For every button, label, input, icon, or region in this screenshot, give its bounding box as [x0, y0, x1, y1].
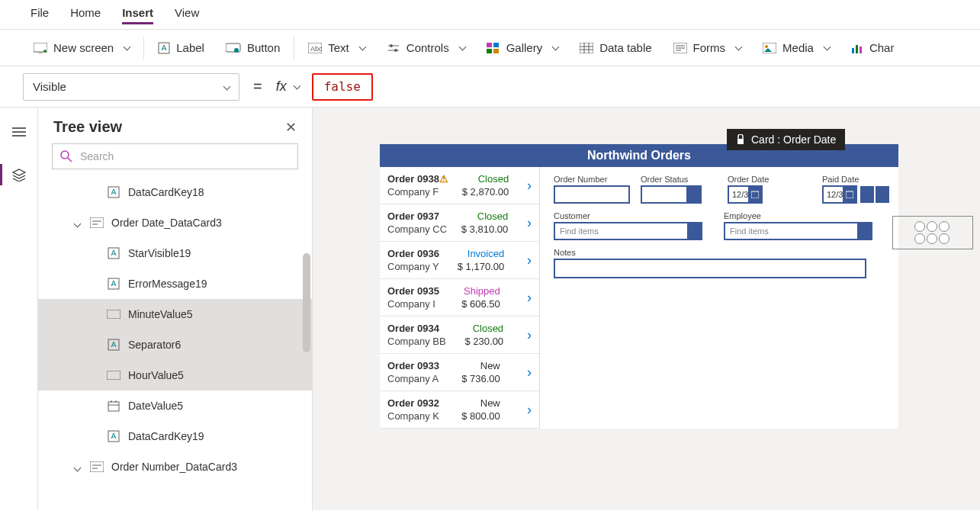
gallery-label: Gallery	[506, 41, 543, 54]
expand-caret-icon[interactable]	[75, 461, 82, 473]
svg-rect-51	[737, 139, 744, 144]
button-button[interactable]: Button	[215, 30, 291, 66]
order-status: Closed	[478, 173, 509, 185]
selection-handles[interactable]	[914, 220, 952, 245]
order-company: Company I	[387, 298, 439, 310]
svg-rect-11	[487, 43, 492, 47]
order-date-label: Order Date	[728, 175, 811, 184]
order-number: Order 0938⚠	[387, 173, 448, 185]
order-gallery-item[interactable]: Order 0933Company ANew$ 736.00›	[380, 354, 539, 391]
calendar-icon	[748, 187, 761, 202]
order-number: Order 0934	[387, 323, 446, 334]
new-screen-button[interactable]: New screen	[23, 30, 140, 66]
order-gallery-item[interactable]: Order 0934Company BBClosed$ 230.00›	[380, 317, 539, 354]
text-icon: Abc	[308, 43, 322, 53]
new-screen-label: New screen	[53, 41, 114, 54]
menu-view[interactable]: View	[175, 6, 199, 24]
tree-item[interactable]: DataCardKey18	[38, 177, 312, 207]
formula-bar: Visible = fx false	[0, 66, 980, 108]
property-selector[interactable]: Visible	[23, 73, 239, 101]
tree-item-label: DataCardKey18	[128, 186, 204, 198]
tree-item[interactable]: DateValue5	[38, 390, 312, 421]
label-label: Label	[176, 41, 204, 54]
order-form: Order Number Order Status Order Date 12/…	[540, 167, 898, 429]
customer-label: Customer	[554, 211, 702, 220]
order-company: Company CC	[387, 223, 447, 235]
order-amount: $ 606.50	[461, 298, 500, 310]
order-gallery-item[interactable]: Order 0932Company KNew$ 800.00›	[380, 391, 539, 429]
svg-rect-15	[580, 43, 593, 53]
chevron-down-icon	[687, 223, 701, 239]
menu-insert[interactable]: Insert	[122, 6, 153, 24]
controls-button[interactable]: Controls	[376, 30, 476, 66]
text-button[interactable]: Abc Text	[297, 30, 376, 66]
order-gallery-item[interactable]: Order 0938⚠Company FClosed$ 2,870.00›	[380, 167, 539, 204]
employee-placeholder: Find items	[730, 227, 769, 236]
screen-icon	[34, 43, 47, 53]
tree-item[interactable]: MinuteValue5	[38, 299, 312, 329]
menu-home[interactable]: Home	[70, 6, 101, 24]
lock-icon	[736, 134, 745, 145]
svg-point-25	[765, 45, 768, 48]
order-number: Order 0935	[387, 285, 439, 297]
scrollbar-thumb[interactable]	[303, 253, 310, 352]
charts-button[interactable]: Char	[840, 30, 905, 66]
search-input[interactable]: Search	[52, 143, 298, 169]
svg-point-4	[234, 48, 239, 53]
ribbon: New screen Label Button Abc Text Control…	[0, 30, 980, 66]
equals-sign: =	[253, 78, 262, 95]
order-number: Order 0936	[387, 248, 439, 259]
controls-icon	[387, 43, 400, 53]
order-gallery-item[interactable]: Order 0935Company IShipped$ 606.50›	[380, 279, 539, 317]
paid-date-input[interactable]: 12/3	[822, 185, 857, 204]
svg-rect-12	[493, 43, 499, 47]
order-date-input[interactable]: 12/3	[728, 185, 763, 204]
order-status-label: Order Status	[641, 175, 717, 184]
data-table-button[interactable]: Data table	[569, 30, 662, 66]
canvas[interactable]: Card : Order Date Northwind Orders Order…	[313, 108, 980, 510]
order-number-input[interactable]	[554, 185, 630, 204]
tree-item[interactable]: ErrorMessage19	[38, 268, 312, 299]
chevron-right-icon: ›	[527, 290, 532, 306]
rect-icon	[107, 307, 120, 321]
order-amount: $ 1,170.00	[458, 261, 504, 272]
svg-text:Abc: Abc	[310, 45, 322, 53]
gallery-button[interactable]: Gallery	[476, 30, 570, 66]
paid-date-time-dropdowns[interactable]	[860, 186, 889, 203]
close-panel-button[interactable]: ✕	[285, 119, 297, 136]
expand-caret-icon[interactable]	[75, 217, 82, 229]
order-gallery-item[interactable]: Order 0937Company CCClosed$ 3,810.00›	[380, 204, 539, 242]
order-status-select[interactable]	[641, 185, 702, 204]
tree-item[interactable]: Separator6	[38, 329, 312, 360]
label-button[interactable]: Label	[147, 30, 215, 66]
tree-item[interactable]: Order Date_DataCard3	[38, 207, 312, 238]
svg-point-10	[394, 49, 397, 52]
notes-input[interactable]	[554, 259, 866, 278]
svg-rect-53	[846, 191, 853, 198]
hamburger-button[interactable]	[5, 118, 33, 146]
formula-input[interactable]: false	[312, 73, 373, 101]
svg-rect-52	[751, 191, 759, 198]
tree-item[interactable]: Order Number_DataCard3	[38, 452, 312, 482]
forms-button[interactable]: Forms	[663, 30, 753, 66]
order-amount: $ 2,870.00	[462, 186, 509, 198]
menu-file[interactable]: File	[31, 6, 49, 24]
employee-label: Employee	[724, 211, 872, 220]
order-gallery[interactable]: Order 0938⚠Company FClosed$ 2,870.00›Ord…	[380, 167, 540, 429]
tree-item[interactable]: HourValue5	[38, 360, 312, 390]
employee-combobox[interactable]: Find items	[724, 222, 872, 240]
chevron-down-icon	[220, 80, 230, 93]
order-company: Company Y	[387, 261, 439, 272]
tree-view-rail-button[interactable]	[5, 161, 33, 188]
card-icon	[90, 216, 104, 230]
tree-item[interactable]: DataCardKey19	[38, 421, 312, 452]
layers-icon	[11, 168, 27, 182]
tree-item[interactable]: StarVisible19	[38, 238, 312, 268]
svg-rect-13	[487, 49, 492, 53]
label-icon	[107, 429, 120, 443]
order-gallery-item[interactable]: Order 0936Company YInvoiced$ 1,170.00›	[380, 242, 539, 279]
tree-item-label: ErrorMessage19	[128, 278, 207, 290]
fx-button[interactable]: fx	[276, 79, 300, 95]
media-button[interactable]: Media	[752, 30, 840, 66]
customer-combobox[interactable]: Find items	[554, 222, 702, 240]
